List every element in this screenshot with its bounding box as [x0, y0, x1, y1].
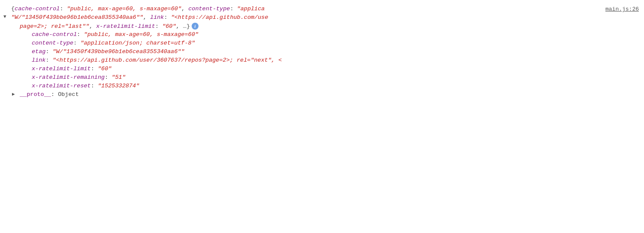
expand-arrow[interactable]: [3, 14, 10, 19]
proto-arrow[interactable]: [12, 91, 19, 97]
row-link-text: link: "<https://api.github.com/user/3607…: [32, 57, 282, 63]
row-cache-control-text: cache-control: "public, max-age=60, s-ma…: [32, 31, 199, 38]
main-content: {cache-control: "public, max-age=60, s-m…: [0, 3, 644, 101]
row-ratelimit-reset: x-ratelimit-reset: "1525332874": [0, 82, 644, 91]
continuation-line: page=2>; rel="last"", x-ratelimit-limit:…: [0, 22, 644, 31]
summary-line-1: {cache-control: "public, max-age=60, s-m…: [0, 5, 644, 14]
row-etag-text: etag: "W/"13450f439bbe96b1eb6cea8355340a…: [32, 48, 184, 55]
summary-text-1: {cache-control: "public, max-age=60, s-m…: [11, 6, 265, 12]
row-ratelimit-remaining-text: x-ratelimit-remaining: "51": [32, 74, 126, 81]
row-proto-text: __proto__: Object: [20, 91, 79, 98]
row-etag: etag: "W/"13450f439bbe96b1eb6cea8355340a…: [0, 48, 644, 57]
continuation-text: page=2>; rel="last"", x-ratelimit-limit:…: [20, 23, 199, 30]
row-ratelimit-limit-text: x-ratelimit-limit: "60": [32, 66, 111, 72]
summary-line-2: "W/"13450f439bbe96b1eb6cea8355340aa6"", …: [0, 14, 644, 22]
row-cache-control: cache-control: "public, max-age=60, s-ma…: [0, 31, 644, 39]
row-link: link: "<https://api.github.com/user/3607…: [0, 57, 644, 65]
console-panel: main.js:26 {cache-control: "public, max-…: [0, 3, 644, 233]
row-ratelimit-reset-text: x-ratelimit-reset: "1525332874": [32, 83, 139, 89]
row-ratelimit-remaining: x-ratelimit-remaining: "51": [0, 74, 644, 82]
summary-text-2: "W/"13450f439bbe96b1eb6cea8355340aa6"", …: [11, 14, 268, 21]
info-icon[interactable]: i: [192, 23, 199, 30]
row-ratelimit-limit: x-ratelimit-limit: "60": [0, 65, 644, 74]
row-content-type: content-type: "application/json; charset…: [0, 39, 644, 48]
row-proto: __proto__: Object: [0, 91, 644, 99]
row-content-type-text: content-type: "application/json; charset…: [32, 40, 195, 46]
